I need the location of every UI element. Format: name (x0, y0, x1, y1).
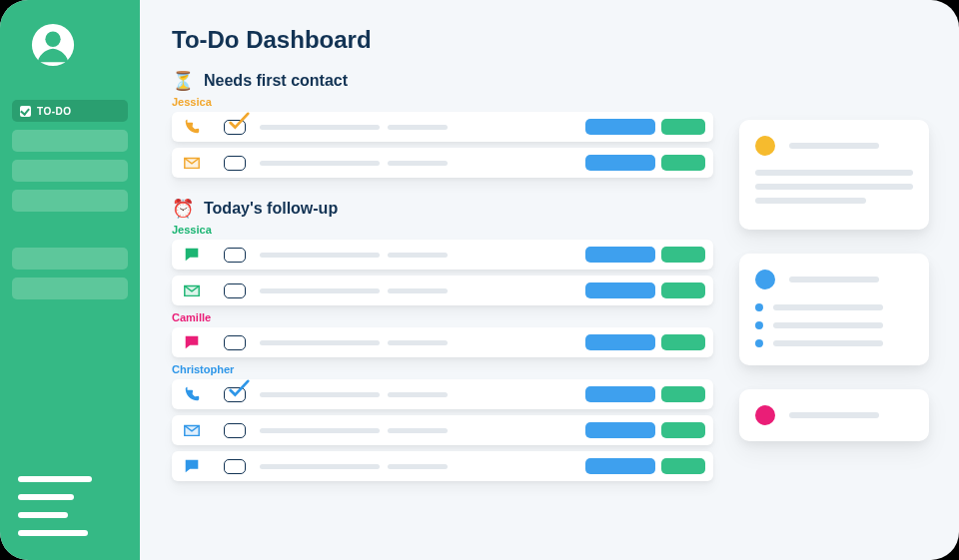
avatar[interactable] (30, 22, 76, 68)
task-text-placeholder (260, 428, 585, 433)
task-checkbox[interactable] (224, 156, 246, 171)
task-chip-secondary[interactable] (661, 282, 705, 298)
section-header: ⏰Today's follow-up (172, 198, 713, 220)
card-text-placeholder (773, 340, 883, 346)
task-owner: Camille (172, 311, 713, 323)
task-text-placeholder (260, 288, 585, 293)
avatar-icon (30, 22, 76, 68)
footer-line (18, 512, 68, 518)
app-window: TO-DO To-Do Dashboard ⏳Needs first conta… (0, 0, 959, 560)
task-chip-primary[interactable] (585, 458, 655, 474)
svg-point-1 (45, 32, 60, 47)
mail-icon (182, 280, 202, 300)
task-chip-secondary[interactable] (661, 458, 705, 474)
summary-card[interactable] (739, 254, 929, 365)
task-checkbox[interactable] (224, 423, 246, 438)
nav-item-todo[interactable]: TO-DO (12, 100, 128, 122)
task-owner: Christopher (172, 363, 713, 375)
footer-line (18, 476, 92, 482)
nav-list: TO-DO (12, 100, 128, 299)
mail-icon (182, 153, 202, 173)
nav-item-placeholder[interactable] (12, 160, 128, 182)
sidebar: TO-DO (0, 0, 140, 560)
task-checkbox[interactable] (224, 120, 246, 135)
task-owner: Jessica (172, 224, 713, 236)
card-title-placeholder (789, 143, 879, 149)
right-column (739, 0, 959, 560)
nav-item-placeholder[interactable] (12, 130, 128, 152)
card-text-placeholder (755, 170, 913, 176)
task-chip-primary[interactable] (585, 422, 655, 438)
task-text-placeholder (260, 161, 585, 166)
task-chip-primary[interactable] (585, 119, 655, 135)
phone-icon (182, 117, 202, 137)
task-checkbox[interactable] (224, 335, 246, 350)
task-chip-primary[interactable] (585, 334, 655, 350)
task-row[interactable] (172, 451, 713, 481)
sidebar-footer (12, 476, 128, 542)
nav-item-placeholder[interactable] (12, 190, 128, 212)
chat-icon (182, 332, 202, 352)
dot-icon (755, 405, 775, 425)
mail-icon (182, 420, 202, 440)
task-text-placeholder (260, 253, 585, 258)
task-chip-secondary[interactable] (661, 119, 705, 135)
chat-icon (182, 456, 202, 476)
task-text-placeholder (260, 340, 585, 345)
card-text-placeholder (755, 198, 866, 204)
task-chip-secondary[interactable] (661, 422, 705, 438)
task-chip-primary[interactable] (585, 247, 655, 263)
bullet-icon (755, 321, 763, 329)
task-checkbox[interactable] (224, 283, 246, 298)
footer-line (18, 494, 74, 500)
card-text-placeholder (773, 304, 883, 310)
checkbox-icon (20, 106, 31, 117)
page-title: To-Do Dashboard (172, 26, 713, 54)
task-row[interactable] (172, 327, 713, 357)
task-row[interactable] (172, 148, 713, 178)
card-text-placeholder (773, 322, 883, 328)
task-checkbox[interactable] (224, 248, 246, 263)
dot-icon (755, 136, 775, 156)
task-chip-secondary[interactable] (661, 386, 705, 402)
task-chip-secondary[interactable] (661, 334, 705, 350)
phone-icon (182, 384, 202, 404)
card-title-placeholder (789, 277, 879, 282)
task-row[interactable] (172, 379, 713, 409)
main-content: To-Do Dashboard ⏳Needs first contactJess… (140, 0, 739, 560)
summary-card[interactable] (739, 120, 929, 230)
summary-card[interactable] (739, 389, 929, 441)
task-text-placeholder (260, 125, 585, 130)
card-text-placeholder (755, 184, 913, 190)
chat-icon (182, 245, 202, 265)
task-row[interactable] (172, 240, 713, 270)
nav-item-label: TO-DO (37, 106, 72, 117)
task-text-placeholder (260, 464, 585, 469)
task-text-placeholder (260, 392, 585, 397)
card-title-placeholder (789, 412, 879, 418)
section-title: Today's follow-up (204, 200, 338, 218)
task-row[interactable] (172, 415, 713, 445)
section-title: Needs first contact (204, 72, 348, 90)
task-owner: Jessica (172, 96, 713, 108)
section-header: ⏳Needs first contact (172, 70, 713, 92)
bullet-icon (755, 339, 763, 347)
section-emoji: ⏳ (172, 70, 194, 92)
task-chip-secondary[interactable] (661, 155, 705, 171)
nav-item-placeholder[interactable] (12, 248, 128, 270)
section-emoji: ⏰ (172, 198, 194, 220)
task-chip-primary[interactable] (585, 155, 655, 171)
task-checkbox[interactable] (224, 459, 246, 474)
task-checkbox[interactable] (224, 387, 246, 402)
dot-icon (755, 270, 775, 289)
nav-item-placeholder[interactable] (12, 278, 128, 299)
task-chip-primary[interactable] (585, 386, 655, 402)
task-row[interactable] (172, 276, 713, 305)
task-chip-secondary[interactable] (661, 247, 705, 263)
task-chip-primary[interactable] (585, 282, 655, 298)
bullet-icon (755, 303, 763, 311)
footer-line (18, 530, 88, 536)
task-row[interactable] (172, 112, 713, 142)
